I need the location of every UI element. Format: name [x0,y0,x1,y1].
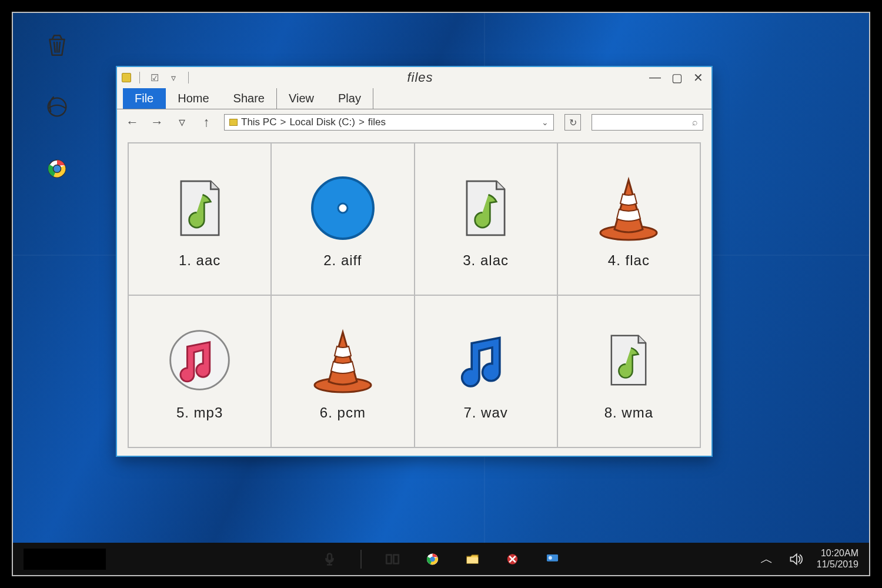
desktop: ☑ ▿ files — ▢ ✕ File Home Share View Pla… [12,12,870,576]
desktop-icons [39,28,75,186]
svg-point-14 [549,556,552,559]
file-name: 7. wav [463,405,507,421]
file-item[interactable]: 7. wav [415,295,557,447]
back-button[interactable]: ← [125,115,139,130]
tab-share[interactable]: Share [222,88,277,109]
refresh-button[interactable]: ↻ [564,114,581,131]
chrome-icon[interactable] [424,550,442,568]
file-name: 6. pcm [320,405,366,421]
up-button[interactable]: ↑ [199,115,213,130]
explorer-window: ☑ ▿ files — ▢ ✕ File Home Share View Pla… [116,66,713,457]
file-name: 3. alac [463,252,509,269]
chrome-icon[interactable] [39,151,75,186]
svg-rect-7 [386,554,391,563]
breadcrumb-separator: > [280,116,286,128]
titlebar[interactable]: ☑ ▿ files — ▢ ✕ [117,67,711,88]
file-name: 1. aac [179,252,220,269]
volume-icon[interactable] [787,550,805,568]
tab-home[interactable]: Home [166,88,221,109]
svg-point-1 [53,165,61,172]
breadcrumb-segment[interactable]: Local Disk (C:) [289,116,355,128]
music-file-icon [590,322,667,399]
separator [188,72,189,83]
file-item[interactable]: 3. alac [415,143,557,295]
folder-icon [229,119,238,126]
file-item[interactable]: 5. mp3 [128,295,271,447]
file-name: 5. mp3 [176,405,223,421]
svg-rect-11 [467,557,478,563]
address-bar[interactable]: This PC > Local Disk (C:) > files ⌄ [224,114,554,131]
taskbar-pinned [321,550,562,569]
close-button[interactable]: ✕ [693,71,703,85]
itunes-icon [162,322,238,399]
breadcrumb-segment[interactable]: This PC [241,116,276,128]
breadcrumb-separator: > [359,116,365,128]
window-title: files [191,70,649,85]
nav-toolbar: ← → ▿ ↑ This PC > Local Disk (C:) > file… [117,109,711,135]
tab-file[interactable]: File [123,88,166,109]
music-file-icon [162,170,238,246]
cortana-icon[interactable] [544,550,562,568]
dropdown-icon[interactable]: ▿ [167,71,180,84]
svg-point-5 [171,331,229,390]
svg-rect-8 [393,554,398,563]
minimize-button[interactable]: — [649,71,661,85]
tab-play[interactable]: Play [326,88,373,109]
separator [139,72,140,83]
internet-explorer-icon[interactable] [39,89,75,125]
svg-point-3 [338,203,348,213]
mic-icon[interactable] [321,550,339,568]
chevron-down-icon[interactable]: ⌄ [542,118,549,127]
chevron-up-icon[interactable]: ︿ [758,550,776,568]
forward-button[interactable]: → [150,115,164,130]
file-grid: 1. aac 2. aiff [128,142,701,448]
clock-time: 10:20AM [817,548,858,559]
music-file-icon [447,170,524,246]
file-item[interactable]: 4. flac [557,143,700,295]
folder-icon [122,73,131,82]
recycle-bin-icon[interactable] [39,28,75,63]
svg-rect-13 [547,554,558,561]
file-name: 2. aiff [323,252,362,269]
music-note-icon [447,322,524,399]
file-item[interactable]: 1. aac [128,143,271,295]
breadcrumb-segment[interactable]: files [368,116,386,128]
vlc-cone-icon [305,322,381,399]
disc-icon [305,170,381,246]
taskbar-clock[interactable]: 10:20AM 11/5/2019 [817,548,858,570]
start-region[interactable] [24,549,106,570]
svg-point-10 [430,556,435,562]
system-tray: ︿ 10:20AM 11/5/2019 [758,548,858,570]
separator [361,550,362,569]
search-input[interactable]: ⌕ [592,114,703,131]
file-name: 4. flac [608,252,650,269]
vlc-cone-icon [590,170,667,246]
maximize-button[interactable]: ▢ [671,71,683,85]
file-item[interactable]: 2. aiff [271,143,414,295]
clock-date: 11/5/2019 [817,559,858,570]
properties-icon[interactable]: ☑ [148,71,161,84]
file-name: 8. wma [604,405,653,421]
quick-access-toolbar: ☑ ▿ [122,71,191,84]
recent-locations-button[interactable]: ▿ [175,115,189,130]
tab-view[interactable]: View [277,88,326,109]
file-explorer-icon[interactable] [464,550,482,568]
file-item[interactable]: 6. pcm [271,295,414,447]
task-view-icon[interactable] [384,550,402,568]
ribbon-tabs: File Home Share View Play [117,88,711,109]
snip-icon[interactable] [504,550,522,568]
taskbar: ︿ 10:20AM 11/5/2019 [13,543,869,575]
window-controls: — ▢ ✕ [649,71,707,85]
file-item[interactable]: 8. wma [557,295,700,447]
